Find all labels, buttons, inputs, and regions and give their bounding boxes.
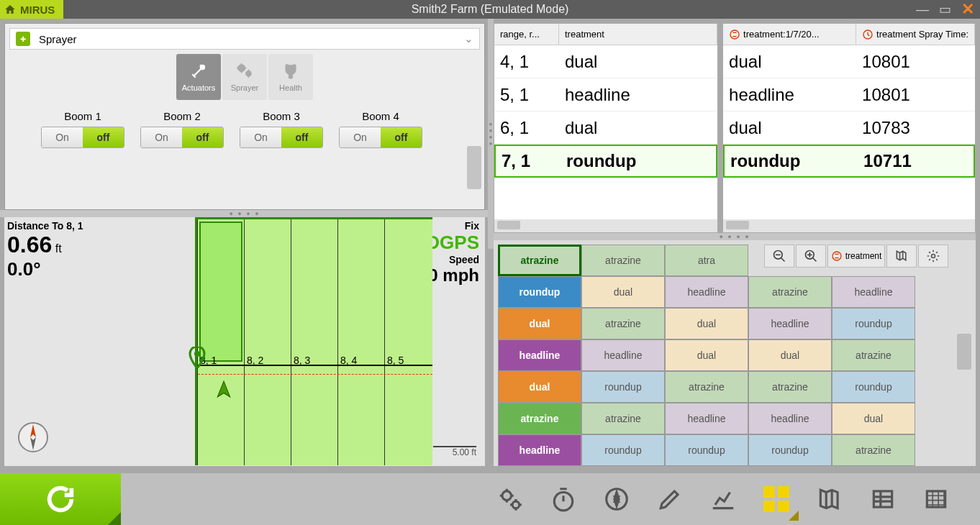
plot-cell[interactable]: dual <box>498 371 581 403</box>
app-logo[interactable]: MIRUS <box>0 0 63 19</box>
toggle-on[interactable]: On <box>42 127 83 147</box>
boom-control-3: Boom 3Onoff <box>240 110 323 148</box>
svg-point-2 <box>246 71 251 76</box>
trait-selector[interactable]: treatment <box>827 245 885 268</box>
splitter-vertical[interactable]: ●●●● <box>488 19 494 249</box>
plot-cell[interactable]: dual <box>832 403 915 434</box>
panel-drag-handle[interactable]: ● ● ● ● <box>494 233 976 240</box>
observation-table: range, r...treatment 4, 1dual5, 1headlin… <box>494 23 718 233</box>
plot-cell[interactable]: headline <box>498 339 581 371</box>
column-header[interactable]: range, r... <box>494 24 559 45</box>
table-row[interactable]: 4, 1dual <box>494 45 717 78</box>
plot-cell[interactable]: atrazine <box>748 371 832 403</box>
tab-actuators[interactable]: Actuators <box>176 54 221 100</box>
table-row[interactable]: dual10783 <box>723 111 975 145</box>
boom-toggle[interactable]: Onoff <box>140 127 224 148</box>
plot-cell[interactable]: roundup <box>581 434 665 466</box>
timer-button[interactable] <box>541 478 586 521</box>
boom-line <box>198 365 432 366</box>
cycle-button[interactable] <box>0 473 121 525</box>
distance-label: Distance To 8, 1 <box>7 220 83 232</box>
settings-button[interactable] <box>918 245 948 268</box>
grid-view-button[interactable] <box>754 478 799 521</box>
plot-cell[interactable]: atrazine <box>832 339 915 371</box>
plot-cell[interactable]: dual <box>665 308 748 339</box>
trait-icon <box>729 29 740 40</box>
table-row[interactable]: dual10801 <box>723 45 975 78</box>
plot-cell[interactable]: roundup <box>832 371 915 403</box>
plot-cell[interactable]: roundup <box>748 434 832 466</box>
zoom-in-button[interactable] <box>796 245 826 268</box>
table-view-button[interactable] <box>914 478 958 521</box>
table-row[interactable]: roundup10711 <box>723 145 975 178</box>
cycle-icon <box>44 483 77 516</box>
map-panel[interactable]: Distance To 8, 1 0.66 ft 0.0° Fix DGPS S… <box>4 217 485 466</box>
plot-cell[interactable]: dual <box>665 339 748 371</box>
table-row[interactable]: headline10801 <box>723 78 975 111</box>
table-row[interactable]: 6, 1dual <box>494 111 717 145</box>
boom-toggle[interactable]: Onoff <box>41 127 124 148</box>
scrollbar-thumb[interactable] <box>957 334 971 370</box>
plot-cell[interactable]: atrazine <box>832 434 915 466</box>
tab-health[interactable]: Health <box>268 54 313 100</box>
field-map[interactable]: 8, 18, 28, 38, 48, 5 <box>195 217 432 465</box>
plot-cell[interactable]: roundup <box>581 371 665 403</box>
tab-sprayer[interactable]: Sprayer <box>222 54 267 100</box>
column-header[interactable]: treatment <box>559 24 717 45</box>
plot-cell[interactable]: atrazine <box>665 371 748 403</box>
plot-cell[interactable]: headline <box>748 308 832 339</box>
table-row[interactable]: 7, 1roundup <box>494 145 717 178</box>
toggle-on[interactable]: On <box>340 127 381 147</box>
plot-cell[interactable]: roundup <box>665 434 748 466</box>
horizontal-scrollbar[interactable] <box>723 219 975 232</box>
settings-gears-button[interactable] <box>488 478 532 521</box>
chart-button[interactable] <box>701 478 745 521</box>
plot-cell[interactable]: atrazine <box>748 276 832 308</box>
plot-cell[interactable]: headline <box>665 403 748 434</box>
plot-cell[interactable]: dual <box>498 308 581 339</box>
svg-point-16 <box>932 255 935 258</box>
plot-cell[interactable]: headline <box>748 403 832 434</box>
plot-cell[interactable]: atra <box>665 245 748 276</box>
plot-cell[interactable]: dual <box>581 276 665 308</box>
minimize-button[interactable]: — <box>916 2 929 17</box>
svg-point-6 <box>730 30 739 39</box>
toggle-on[interactable]: On <box>141 127 182 147</box>
toggle-on[interactable]: On <box>240 127 281 147</box>
plot-cell[interactable]: headline <box>832 276 915 308</box>
close-button[interactable]: ✕ <box>961 0 974 19</box>
column-header[interactable]: treatment:1/7/20... <box>723 24 856 45</box>
plot-cell[interactable]: roundup <box>832 308 915 339</box>
horizontal-scrollbar[interactable] <box>494 219 717 232</box>
toggle-off[interactable]: off <box>281 127 322 147</box>
table-row[interactable]: 5, 1headline <box>494 78 717 111</box>
plot-cell[interactable]: headline <box>581 339 665 371</box>
scrollbar-thumb[interactable] <box>467 146 481 189</box>
boom-toggle[interactable]: Onoff <box>339 127 422 148</box>
maximize-button[interactable]: ▭ <box>939 1 951 17</box>
boom-toggle[interactable]: Onoff <box>240 127 323 148</box>
compass-icon[interactable] <box>17 421 49 453</box>
toggle-off[interactable]: off <box>83 127 124 147</box>
plot-cell[interactable]: dual <box>748 339 832 371</box>
plot-cell[interactable]: atrazine <box>498 403 581 434</box>
plot-cell[interactable]: atrazine <box>581 403 665 434</box>
plot-cell[interactable]: headline <box>498 434 581 466</box>
plot-cell[interactable]: atrazine <box>581 245 665 276</box>
zoom-out-button[interactable] <box>764 245 794 268</box>
compass-tool-button[interactable] <box>594 478 639 521</box>
plot-cell[interactable]: headline <box>665 276 748 308</box>
map-layers-button[interactable] <box>886 245 917 268</box>
edit-button[interactable] <box>648 478 692 521</box>
sprayer-dropdown[interactable]: ✚ Sprayer ⌄ <box>9 28 480 50</box>
title-bar: MIRUS Smith2 Farm (Emulated Mode) — ▭ ✕ <box>0 0 980 19</box>
toggle-off[interactable]: off <box>381 127 422 147</box>
panel-drag-handle[interactable]: ● ● ● ● <box>0 210 489 217</box>
column-header[interactable]: treatment Spray Time: <box>856 24 975 45</box>
plot-cell[interactable]: roundup <box>498 276 581 308</box>
toggle-off[interactable]: off <box>182 127 223 147</box>
plot-cell[interactable]: atrazine <box>498 245 581 276</box>
list-view-button[interactable] <box>861 478 905 521</box>
plot-cell[interactable]: atrazine <box>581 308 665 339</box>
field-map-button[interactable] <box>807 478 852 521</box>
